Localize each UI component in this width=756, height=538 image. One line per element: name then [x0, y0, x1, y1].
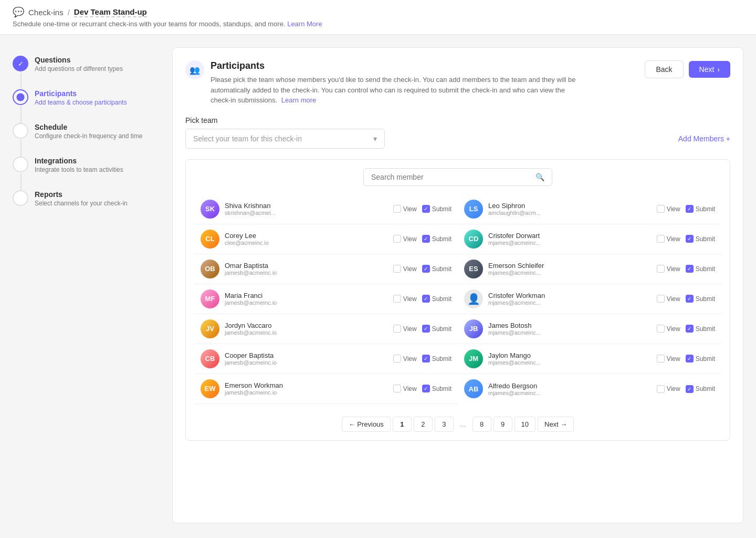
view-checkbox[interactable]	[657, 355, 665, 363]
submit-control[interactable]: ✓ Submit	[422, 295, 452, 303]
avatar-initials: CB	[205, 355, 215, 363]
back-button[interactable]: Back	[645, 60, 683, 78]
member-info: Corey Lee clee@acmeinc.io	[225, 232, 388, 246]
view-checkbox[interactable]	[657, 265, 665, 273]
view-control[interactable]: View	[393, 325, 417, 333]
member-email: skrishnan@acmei...	[225, 210, 388, 216]
page-btn-9[interactable]: 9	[494, 417, 512, 432]
submit-control[interactable]: ✓ Submit	[422, 325, 452, 333]
view-control[interactable]: View	[393, 265, 417, 273]
submit-control[interactable]: ✓ Submit	[422, 205, 452, 213]
submit-checkbox[interactable]: ✓	[422, 355, 430, 363]
view-checkbox[interactable]	[393, 295, 401, 303]
avatar-icon: 👤	[467, 293, 480, 305]
member-controls: View ✓ Submit	[657, 235, 715, 243]
submit-control[interactable]: ✓ Submit	[686, 385, 715, 393]
pick-team-label: Pick team	[185, 116, 730, 125]
avatar: CD	[464, 230, 483, 249]
submit-control[interactable]: ✓ Submit	[686, 325, 715, 333]
view-checkbox[interactable]	[393, 385, 401, 392]
submit-checkbox[interactable]: ✓	[422, 235, 430, 243]
view-label: View	[403, 385, 417, 392]
member-email: mjames@acmeinc...	[488, 240, 652, 246]
learn-more-link[interactable]: Learn more	[281, 96, 316, 104]
breadcrumb: 💬 Check-ins / Dev Team Stand-up	[13, 6, 743, 18]
add-members-link[interactable]: Add Members +	[678, 134, 730, 143]
submit-control[interactable]: ✓ Submit	[422, 265, 452, 273]
view-control[interactable]: View	[393, 235, 417, 243]
search-box: 🔍	[363, 168, 552, 186]
member-info: Cristofer Workman mjames@acmeinc...	[488, 292, 652, 306]
submit-checkbox[interactable]: ✓	[686, 265, 694, 273]
view-checkbox[interactable]	[393, 325, 401, 333]
submit-checkbox[interactable]: ✓	[422, 265, 430, 273]
submit-checkbox[interactable]: ✓	[422, 205, 430, 213]
submit-control[interactable]: ✓ Submit	[686, 235, 715, 243]
submit-control[interactable]: ✓ Submit	[422, 385, 452, 392]
view-checkbox[interactable]	[393, 205, 401, 213]
member-name: Shiva Krishnan	[225, 202, 388, 210]
view-label: View	[403, 295, 417, 303]
page-btn-8[interactable]: 8	[472, 417, 491, 432]
page-btn-10[interactable]: 10	[514, 417, 536, 432]
submit-checkbox[interactable]: ✓	[686, 235, 694, 243]
page-btn-3[interactable]: 3	[435, 417, 454, 432]
view-control[interactable]: View	[393, 385, 417, 392]
submit-checkbox[interactable]: ✓	[422, 295, 430, 303]
page-btn-2[interactable]: 2	[414, 417, 433, 432]
avatar: AB	[464, 379, 483, 398]
submit-checkbox[interactable]: ✓	[686, 385, 694, 393]
view-checkbox[interactable]	[393, 235, 401, 243]
submit-control[interactable]: ✓ Submit	[686, 265, 715, 273]
subtitle-link[interactable]: Learn More	[287, 20, 322, 28]
member-email: mjames@acmeinc...	[488, 390, 652, 396]
submit-control[interactable]: ✓ Submit	[686, 295, 715, 303]
submit-checkbox[interactable]: ✓	[422, 325, 430, 333]
view-control[interactable]: View	[657, 295, 680, 303]
breadcrumb-title: Dev Team Stand-up	[74, 7, 147, 17]
view-control[interactable]: View	[657, 265, 680, 273]
view-control[interactable]: View	[393, 205, 417, 213]
view-checkbox[interactable]	[657, 205, 665, 213]
members-area: 🔍 SK Shiva Krishnan skrishnan@acmei... V…	[185, 159, 730, 441]
view-checkbox[interactable]	[657, 295, 665, 303]
submit-control[interactable]: ✓ Submit	[422, 355, 452, 363]
avatar-initials: CL	[205, 235, 214, 243]
checkin-icon: 💬	[13, 6, 24, 18]
breadcrumb-parent[interactable]: Check-ins	[28, 8, 64, 17]
view-checkbox[interactable]	[657, 235, 665, 243]
submit-control[interactable]: ✓ Submit	[686, 205, 715, 213]
member-info: Alfredo Bergson mjames@acmeinc...	[488, 382, 652, 396]
submit-control[interactable]: ✓ Submit	[422, 235, 452, 243]
view-checkbox[interactable]	[657, 385, 665, 393]
member-row: OB Omar Baptista jamesb@acmeinc.io View …	[194, 254, 458, 284]
previous-page-button[interactable]: ← Previous	[342, 417, 391, 432]
submit-checkbox[interactable]: ✓	[686, 295, 694, 303]
view-control[interactable]: View	[657, 235, 680, 243]
view-control[interactable]: View	[393, 295, 417, 303]
view-control[interactable]: View	[657, 205, 680, 213]
team-select[interactable]: Select your team for this check-in ▾	[185, 129, 385, 149]
view-control[interactable]: View	[657, 385, 680, 393]
page-btn-1[interactable]: 1	[393, 417, 412, 432]
step-desc-questions: Add questions of different types	[35, 65, 123, 73]
submit-checkbox[interactable]: ✓	[686, 325, 694, 333]
submit-checkbox[interactable]: ✓	[422, 385, 430, 392]
next-page-button[interactable]: Next →	[538, 417, 574, 432]
avatar-initials: JB	[469, 325, 478, 333]
view-control[interactable]: View	[657, 355, 680, 363]
view-checkbox[interactable]	[393, 265, 401, 273]
submit-checkbox[interactable]: ✓	[686, 205, 694, 213]
member-info: Cristofer Dorwart mjames@acmeinc...	[488, 232, 652, 246]
view-control[interactable]: View	[657, 325, 680, 333]
view-control[interactable]: View	[393, 355, 417, 363]
search-input[interactable]	[371, 173, 531, 181]
view-label: View	[403, 325, 417, 333]
avatar-initials: OB	[205, 265, 215, 273]
submit-checkbox[interactable]: ✓	[686, 355, 694, 363]
next-button[interactable]: Next ›	[689, 61, 730, 78]
member-email: amclaughlin@acm...	[488, 210, 652, 216]
submit-control[interactable]: ✓ Submit	[686, 355, 715, 363]
view-checkbox[interactable]	[393, 355, 401, 363]
view-checkbox[interactable]	[657, 325, 665, 333]
